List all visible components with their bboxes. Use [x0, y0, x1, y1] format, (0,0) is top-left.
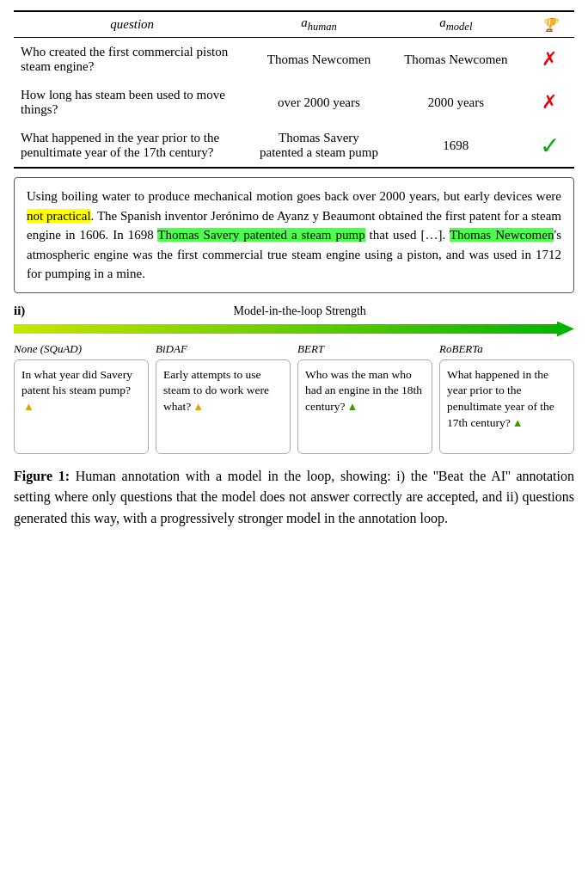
- figure-caption: Figure 1: Human annotation with a model …: [14, 466, 574, 530]
- model-col-roberta: RoBERTa What happened in the year prior …: [439, 342, 574, 454]
- triangle-roberta: ▲: [512, 416, 524, 429]
- a-human-cell: Thomas Newcomen: [250, 38, 387, 82]
- table-header-amodel: amodel: [439, 15, 472, 29]
- result-icon: ✗: [524, 81, 574, 124]
- card-text-none: In what year did Savery patent his steam…: [21, 368, 132, 397]
- caption-text: Human annotation with a model in the loo…: [14, 469, 574, 526]
- passage-highlight-not-practical: not practical: [27, 209, 91, 223]
- model-col-bidaf: BiDAF Early attempts to use steam to do …: [156, 342, 291, 454]
- passage-text-before-h1: Using boiling water to produce mechanica…: [27, 189, 561, 203]
- model-col-bert: BERT Who was the man who had an engine i…: [297, 342, 432, 454]
- result-icon: ✗: [524, 38, 574, 82]
- model-col-none: None (SQuAD) In what year did Savery pat…: [14, 342, 149, 454]
- qa-table: question ahuman amodel 🏆 Who created the…: [14, 10, 574, 169]
- triangle-none: ▲: [23, 400, 34, 413]
- model-card-none: In what year did Savery patent his steam…: [14, 359, 149, 454]
- passage-text-after-h2: that used […].: [365, 228, 450, 242]
- a-model-cell: 2000 years: [388, 81, 524, 124]
- model-label-none: None (SQuAD): [14, 342, 82, 356]
- table-row: How long has steam been used to move thi…: [14, 81, 574, 124]
- passage-box: Using boiling water to produce mechanica…: [14, 177, 574, 293]
- model-card-bert: Who was the man who had an engine in the…: [297, 359, 432, 454]
- section-ii-label: ii): [14, 304, 25, 318]
- a-human-cell: Thomas Savery patented a steam pump: [250, 124, 387, 168]
- card-text-roberta: What happened in the year prior to the p…: [447, 368, 554, 430]
- model-label-bert: BERT: [297, 342, 324, 356]
- model-label-roberta: RoBERTa: [439, 342, 483, 356]
- model-label-bidaf: BiDAF: [156, 342, 187, 356]
- card-text-bert: Who was the man who had an engine in the…: [305, 368, 422, 414]
- passage-highlight-savery: Thomas Savery patented a steam pump: [157, 228, 364, 242]
- table-header-question: question: [110, 17, 154, 31]
- model-card-roberta: What happened in the year prior to the p…: [439, 359, 574, 454]
- a-model-cell: 1698: [388, 124, 524, 168]
- model-card-bidaf: Early attempts to use steam to do work w…: [156, 359, 291, 454]
- strength-title: Model-in-the-loop Strength: [25, 304, 574, 318]
- a-human-sub: human: [308, 21, 337, 33]
- table-row: Who created the first commercial piston …: [14, 38, 574, 82]
- passage-highlight-newcomen: Thomas Newcomen: [450, 228, 554, 242]
- gradient-arrow: [14, 322, 574, 337]
- question-cell: How long has steam been used to move thi…: [14, 81, 250, 124]
- table-header-ahuman: ahuman: [301, 15, 337, 29]
- triangle-bidaf: ▲: [193, 400, 204, 413]
- a-human-cell: over 2000 years: [250, 81, 387, 124]
- caption-label: Figure 1:: [14, 469, 70, 483]
- a-model-sub: model: [446, 21, 473, 33]
- trophy-icon: 🏆: [542, 18, 558, 32]
- result-icon: ✓: [524, 124, 574, 168]
- card-text-bidaf: Early attempts to use steam to do work w…: [163, 368, 269, 414]
- question-cell: What happened in the year prior to the p…: [14, 124, 250, 168]
- strength-arrow: [14, 322, 574, 337]
- model-cards-container: None (SQuAD) In what year did Savery pat…: [14, 342, 574, 454]
- table-row: What happened in the year prior to the p…: [14, 124, 574, 168]
- triangle-bert: ▲: [346, 400, 358, 413]
- question-cell: Who created the first commercial piston …: [14, 38, 250, 82]
- a-model-cell: Thomas Newcomen: [388, 38, 524, 82]
